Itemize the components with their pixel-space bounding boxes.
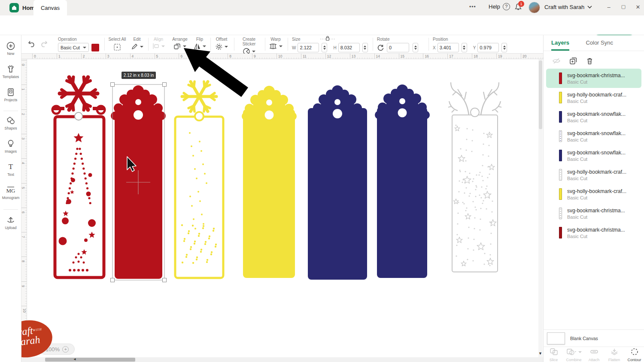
help-button[interactable]: Help ?: [489, 3, 510, 10]
sidebar-label: Templates: [0, 75, 21, 79]
layer-thumbnail: [559, 150, 562, 161]
scroll-down-icon[interactable]: ▼: [538, 351, 542, 356]
align-label: Align: [150, 37, 167, 42]
select-all-group[interactable]: Select All: [107, 37, 127, 51]
align-group: Align: [150, 37, 167, 49]
rotate-icon[interactable]: [377, 44, 384, 51]
delete-icon[interactable]: [586, 57, 593, 65]
canvas-tab-label: Canvas: [41, 5, 60, 11]
close-button[interactable]: ✕: [632, 4, 644, 10]
vertical-ruler: 012345678910: [21, 59, 27, 362]
duplicate-icon[interactable]: [569, 57, 577, 65]
action-flatten: Flatten: [604, 347, 624, 362]
size-w-stepper[interactable]: [322, 43, 327, 52]
zoom-in-icon[interactable]: +: [62, 346, 69, 353]
ruler-number: 3: [21, 138, 25, 140]
titlebar: Home Canvas ••• Help ? 1 Craft with Sara…: [0, 0, 644, 15]
horizontal-scrollbar[interactable]: [21, 357, 543, 362]
size-h-input[interactable]: 8.032: [338, 43, 360, 52]
layer-type: Basic Cut: [567, 157, 626, 162]
sidebar-item-new[interactable]: New: [0, 41, 21, 56]
vertical-scrollbar[interactable]: [538, 59, 543, 357]
caret-icon: [140, 46, 143, 48]
layer-row-3[interactable]: svg-bookmark-snowflak...Basic Cut: [546, 127, 641, 146]
minimize-button[interactable]: –: [603, 4, 615, 10]
ruler-number: 6: [21, 211, 25, 213]
help-icon: ?: [503, 3, 510, 10]
sidebar-item-images[interactable]: Images: [0, 139, 21, 154]
pos-x-stepper[interactable]: [462, 43, 467, 52]
bookmark-red-outline: [52, 77, 105, 278]
pos-y-input[interactable]: 0.979: [477, 43, 499, 52]
layer-name: svg-bookmark-christma...: [567, 208, 625, 214]
layer-thumbnail: [559, 111, 562, 123]
flip-icon: [194, 43, 201, 50]
lock-icon[interactable]: [320, 36, 335, 41]
layer-name: svg-bookmark-christma...: [567, 72, 625, 78]
avatar[interactable]: [529, 2, 540, 13]
arrange-group[interactable]: Arrange: [170, 37, 190, 50]
edit-group[interactable]: Edit: [130, 37, 144, 50]
layer-type: Basic Cut: [567, 234, 625, 239]
rotate-input[interactable]: 0: [387, 43, 409, 52]
sidebar-item-text[interactable]: T Text: [0, 162, 21, 177]
layer-thumbnail: [559, 72, 562, 84]
tab-layers[interactable]: Layers: [551, 35, 569, 51]
size-h-stepper[interactable]: [362, 43, 368, 52]
sidebar-item-shapes[interactable]: Shapes: [0, 116, 21, 130]
sidebar-item-projects[interactable]: Projects: [0, 87, 21, 102]
offset-group[interactable]: Offset: [213, 37, 230, 51]
warp-group[interactable]: Warp: [267, 37, 284, 50]
redo-button[interactable]: [39, 39, 48, 48]
size-w-input[interactable]: 2.122: [298, 43, 319, 52]
sidebar-label: Upload: [0, 226, 21, 230]
blank-canvas-swatch[interactable]: [547, 332, 565, 344]
maximize-button[interactable]: ▢: [617, 4, 629, 9]
layer-row-7[interactable]: svg-bookmark-christma...Basic Cut: [546, 204, 641, 223]
layer-row-1[interactable]: svg-holly-bookmark-craf...Basic Cut: [546, 88, 641, 107]
layer-name: svg-holly-bookmark-craf...: [567, 169, 626, 175]
layer-thumbnail: [559, 227, 562, 238]
color-swatch[interactable]: [91, 44, 99, 51]
layer-type: Basic Cut: [567, 99, 626, 104]
rotate-value: 0: [389, 45, 392, 50]
pencil-icon: [131, 43, 138, 50]
caret-icon: [279, 45, 283, 47]
pos-x-input[interactable]: 3.401: [437, 43, 459, 52]
pos-x-label: X: [433, 45, 436, 50]
size-w-value: 2.122: [300, 45, 312, 50]
sidebar-item-templates[interactable]: Templates: [0, 64, 21, 79]
pos-y-stepper[interactable]: [501, 43, 507, 52]
more-menu-icon[interactable]: •••: [469, 4, 476, 10]
layer-row-8[interactable]: svg-bookmark-christma...Basic Cut: [546, 223, 641, 242]
notifications-button[interactable]: 1: [513, 3, 523, 12]
layer-row-4[interactable]: svg-bookmark-snowflak...Basic Cut: [546, 146, 641, 165]
account-menu[interactable]: Craft with Sarah: [544, 4, 592, 10]
canvas-artboard: [27, 59, 539, 357]
canvas-area[interactable]: 01234567891011121314151617181920 0123456…: [21, 54, 543, 362]
layer-row-6[interactable]: svg-holly-bookmark-craf...Basic Cut: [546, 184, 641, 204]
layer-row-2[interactable]: svg-bookmark-snowflak...Basic Cut: [546, 107, 641, 127]
layer-row-5[interactable]: svg-holly-bookmark-craf...Basic Cut: [546, 165, 641, 184]
flip-group[interactable]: Flip: [192, 37, 207, 50]
left-sidebar: New Templates Projects Shapes Images T T…: [0, 35, 21, 362]
size-h-value: 8.032: [340, 45, 352, 50]
action-contour[interactable]: Contour: [624, 347, 644, 362]
layer-row-0[interactable]: svg-bookmark-christma...Basic Cut: [546, 69, 641, 88]
create-sticker-group[interactable]: Create Sticker: [236, 37, 262, 55]
select-all-icon: [113, 43, 121, 51]
selection-size-tooltip: 2.12 in x 8.03 in: [122, 72, 156, 79]
sidebar-item-monogram[interactable]: MG Monogram: [0, 185, 21, 200]
blank-canvas-row[interactable]: Blank Canvas: [544, 329, 644, 347]
pos-x-value: 3.401: [440, 45, 452, 50]
scroll-left-icon[interactable]: ◄: [73, 357, 76, 361]
layer-name: svg-bookmark-snowflak...: [567, 130, 626, 136]
operation-select[interactable]: Basic Cut: [58, 43, 89, 52]
size-w-label: W: [292, 45, 296, 50]
tab-color-sync[interactable]: Color Sync: [586, 35, 613, 49]
tab-canvas[interactable]: Canvas: [33, 0, 67, 15]
sidebar-item-upload[interactable]: Upload: [0, 215, 21, 230]
undo-button[interactable]: [27, 39, 36, 48]
rotate-stepper[interactable]: [413, 43, 418, 52]
toolbar: Operation Basic Cut Select All Edit Ali: [21, 35, 543, 54]
